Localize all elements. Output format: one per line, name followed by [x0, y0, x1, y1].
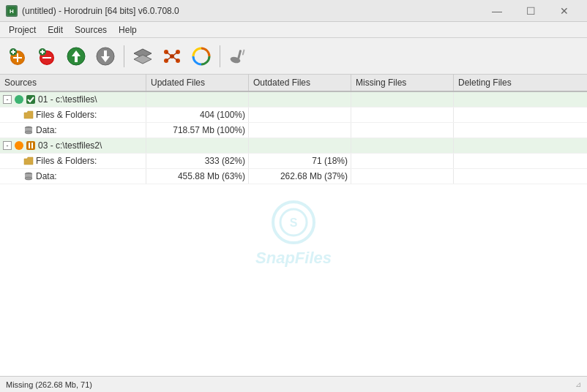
group1-files-updated: 404 (100%) [146, 108, 249, 122]
group1-files-missing [351, 108, 454, 122]
sync-up-button[interactable] [63, 43, 89, 69]
svg-text:H: H [10, 8, 14, 15]
status-resize-handle: ⊿ [575, 380, 581, 388]
source-cell: - 03 - c:\testfiles2\ [0, 138, 146, 153]
group2-data-outdated: 262.68 Mb (37%) [249, 169, 351, 184]
group2-files-updated: 333 (82%) [146, 154, 249, 168]
group2-data-deleting [454, 169, 587, 184]
svg-rect-31 [237, 50, 242, 59]
svg-rect-11 [42, 57, 51, 59]
table-row: - 03 - c:\testfiles2\ [0, 138, 587, 154]
column-headers: Sources Updated Files Outdated Files Mis… [0, 75, 587, 92]
source-cell: Data: [0, 169, 146, 184]
svg-rect-37 [26, 95, 35, 104]
sync-down-button[interactable] [92, 43, 119, 69]
group1-files-outdated [249, 108, 351, 122]
layers-button[interactable] [130, 43, 156, 69]
table-row: Data: 718.57 Mb (100%) [0, 123, 587, 138]
watermark-logo: S [272, 200, 315, 244]
group1-files-label: Files & Folders: [36, 110, 97, 120]
minimize-button[interactable]: — [480, 0, 514, 22]
group1-label: 01 - c:\testfiles\ [38, 94, 97, 105]
restore-button[interactable]: ☐ [514, 0, 547, 22]
table-row: - 01 - c:\testfiles\ [0, 92, 587, 108]
svg-rect-44 [29, 143, 30, 148]
toolbar [0, 38, 587, 75]
group2-data-missing [351, 169, 454, 184]
svg-rect-5 [13, 57, 22, 59]
group2-files-outdated: 71 (18%) [249, 154, 351, 168]
title-bar: H (untitled) - Horodruin [64 bits] v6.0.… [0, 0, 587, 22]
svg-line-26 [166, 52, 172, 56]
source-cell: Files & Folders: [0, 108, 146, 122]
svg-point-49 [25, 177, 32, 180]
svg-rect-43 [26, 141, 35, 150]
expand-icon[interactable]: - [3, 141, 12, 150]
group2-data-label: Data: [36, 171, 57, 181]
col-header-outdated: Outdated Files [249, 75, 351, 91]
group1-data-outdated [249, 123, 351, 137]
menu-edit[interactable]: Edit [42, 23, 69, 37]
group1-outdated [249, 92, 351, 107]
window-title: (untitled) - Horodruin [64 bits] v6.0.70… [22, 6, 179, 16]
svg-point-34 [280, 209, 307, 235]
svg-point-36 [15, 95, 23, 104]
watermark: S SnapFiles [255, 200, 332, 268]
group1-data-label: Data: [36, 125, 57, 135]
tree-table: - 01 - c:\testfiles\ [0, 92, 587, 184]
svg-rect-8 [11, 51, 15, 53]
expand-icon[interactable]: - [3, 95, 12, 104]
toolbar-separator-1 [124, 45, 124, 67]
title-bar-left: H (untitled) - Horodruin [64 bits] v6.0.… [6, 5, 179, 17]
remove-source-button[interactable] [34, 43, 60, 69]
status-bar: Missing (262.68 Mb, 71) ⊿ [0, 376, 587, 392]
svg-marker-20 [134, 55, 152, 64]
watermark-text: SnapFiles [255, 249, 332, 268]
clean-button[interactable] [225, 43, 252, 69]
col-header-missing: Missing Files [351, 75, 454, 91]
group1-files-deleting [454, 108, 587, 122]
source-cell: Data: [0, 123, 146, 137]
status-text: Missing (262.68 Mb, 71) [6, 380, 92, 389]
group1-data-missing [351, 123, 454, 137]
close-button[interactable]: ✕ [547, 0, 581, 22]
col-header-sources: Sources [0, 75, 146, 91]
group2-files-deleting [454, 154, 587, 168]
group2-missing [351, 138, 454, 153]
svg-line-28 [166, 56, 172, 61]
app-icon: H [6, 5, 18, 17]
group2-files-missing [351, 154, 454, 168]
group1-data-updated: 718.57 Mb (100%) [146, 123, 249, 137]
toolbar-separator-2 [220, 45, 220, 67]
group2-label: 03 - c:\testfiles2\ [38, 140, 102, 151]
svg-text:S: S [290, 216, 298, 229]
main-content: S SnapFiles - 01 - c:\testfiles\ [0, 92, 587, 376]
svg-rect-45 [31, 143, 33, 148]
menu-bar: Project Edit Sources Help [0, 22, 587, 38]
col-header-deleting: Deleting Files [454, 75, 587, 91]
menu-project[interactable]: Project [3, 23, 42, 37]
network-button[interactable] [159, 43, 185, 69]
menu-sources[interactable]: Sources [69, 23, 113, 37]
group2-updated [146, 138, 249, 153]
group2-data-updated: 455.88 Mb (63%) [146, 169, 249, 184]
group1-missing [351, 92, 454, 107]
pie-button[interactable] [188, 43, 214, 69]
svg-line-27 [172, 52, 178, 56]
window-controls: — ☐ ✕ [480, 0, 581, 22]
menu-help[interactable]: Help [113, 23, 143, 37]
table-row: Files & Folders: 404 (100%) [0, 108, 587, 123]
group2-outdated [249, 138, 351, 153]
svg-marker-38 [24, 111, 33, 118]
source-cell: Files & Folders: [0, 154, 146, 168]
table-row: Files & Folders: 333 (82%) 71 (18%) [0, 154, 587, 169]
group2-files-label: Files & Folders: [36, 156, 97, 166]
group2-deleting [454, 138, 587, 153]
table-row: Data: 455.88 Mb (63%) 262.68 Mb (37%) [0, 169, 587, 184]
svg-point-41 [25, 131, 32, 134]
group1-data-deleting [454, 123, 587, 137]
add-source-button[interactable] [4, 43, 31, 69]
svg-rect-14 [40, 51, 45, 53]
svg-marker-46 [24, 157, 33, 165]
svg-rect-33 [242, 49, 245, 55]
